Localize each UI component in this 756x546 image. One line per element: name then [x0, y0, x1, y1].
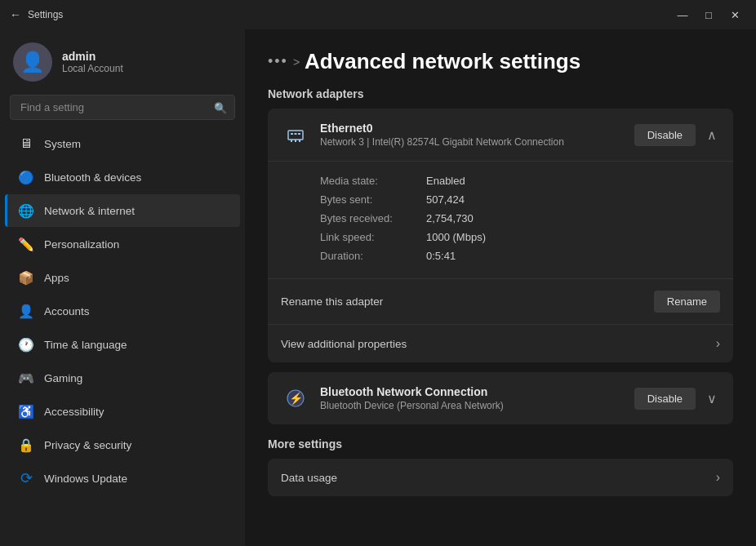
bluetooth-network-desc: Bluetooth Device (Personal Area Network)	[320, 400, 625, 411]
sidebar-item-label: System	[44, 138, 81, 150]
detail-row-media-state: Media state: Enabled	[320, 171, 720, 190]
sidebar-item-privacy[interactable]: 🔒 Privacy & security	[5, 428, 240, 461]
ethernet-collapse-button[interactable]: ∧	[704, 124, 720, 146]
back-icon[interactable]: ←	[10, 8, 21, 21]
detail-row-link-speed: Link speed: 1000 (Mbps)	[320, 228, 720, 246]
search-input[interactable]	[10, 95, 235, 120]
ethernet-adapter-card: Ethernet0 Network 3 | Intel(R) 82574L Gi…	[268, 109, 733, 362]
rename-adapter-label: Rename this adapter	[281, 295, 654, 308]
bluetooth-adapter-card: ⚡ Bluetooth Network Connection Bluetooth…	[268, 372, 733, 424]
sidebar-item-gaming[interactable]: 🎮 Gaming	[5, 362, 240, 394]
close-button[interactable]: ✕	[723, 6, 746, 24]
ethernet-adapter-header[interactable]: Ethernet0 Network 3 | Intel(R) 82574L Gi…	[268, 109, 733, 161]
search-icon: 🔍	[214, 101, 227, 113]
ethernet-adapter-details: Media state: Enabled Bytes sent: 507,424…	[268, 161, 733, 278]
sidebar-item-windows-update[interactable]: ⟳ Windows Update	[5, 462, 240, 495]
privacy-icon: 🔒	[18, 437, 34, 453]
data-usage-label: Data usage	[281, 472, 716, 484]
sidebar-item-label: Time & language	[44, 339, 127, 351]
breadcrumb-dots[interactable]: •••	[268, 53, 288, 70]
detail-value: 2,754,730	[426, 212, 474, 224]
gaming-icon: 🎮	[18, 370, 34, 386]
windows-update-icon: ⟳	[18, 470, 34, 486]
breadcrumb: ••• > Advanced network settings	[268, 49, 733, 74]
sidebar-item-label: Bluetooth & devices	[44, 171, 141, 184]
sidebar-item-system[interactable]: 🖥 System	[5, 127, 240, 160]
network-adapters-title: Network adapters	[268, 87, 733, 100]
detail-label: Media state:	[320, 175, 426, 187]
detail-label: Link speed:	[320, 231, 426, 243]
sidebar: 👤 admin Local Account 🔍 🖥 System 🔵 Bluet…	[0, 29, 245, 546]
bluetooth-expand-button[interactable]: ∨	[704, 388, 720, 410]
sidebar-item-bluetooth[interactable]: 🔵 Bluetooth & devices	[5, 161, 240, 193]
sidebar-item-label: Apps	[44, 272, 69, 284]
detail-value: Enabled	[426, 175, 465, 187]
minimize-button[interactable]: —	[671, 6, 694, 24]
sidebar-item-apps[interactable]: 📦 Apps	[5, 261, 240, 294]
maximize-button[interactable]: □	[697, 6, 720, 24]
bluetooth-adapter-header[interactable]: ⚡ Bluetooth Network Connection Bluetooth…	[268, 372, 733, 424]
sidebar-nav: 🖥 System 🔵 Bluetooth & devices 🌐 Network…	[0, 127, 245, 495]
view-properties-row[interactable]: View additional properties ›	[268, 324, 733, 362]
svg-rect-0	[288, 131, 303, 140]
breadcrumb-separator: >	[293, 55, 300, 69]
sidebar-item-label: Accounts	[44, 305, 90, 317]
accessibility-icon: ♿	[18, 403, 34, 419]
chevron-right-icon: ›	[716, 336, 720, 351]
bluetooth-network-name: Bluetooth Network Connection	[320, 385, 625, 398]
detail-row-bytes-sent: Bytes sent: 507,424	[320, 190, 720, 209]
window-controls: — □ ✕	[671, 6, 746, 24]
svg-rect-5	[295, 133, 297, 135]
sidebar-item-accessibility[interactable]: ♿ Accessibility	[5, 395, 240, 428]
title-bar: ← Settings — □ ✕	[0, 0, 756, 29]
detail-label: Bytes sent:	[320, 193, 426, 206]
user-avatar-icon: 👤	[20, 51, 45, 73]
system-icon: 🖥	[18, 135, 34, 152]
bluetooth-adapter-actions: Disable ∨	[634, 388, 720, 410]
user-type: Local Account	[62, 63, 123, 74]
detail-value: 507,424	[426, 193, 465, 206]
sidebar-item-time[interactable]: 🕐 Time & language	[5, 328, 240, 361]
page-title: Advanced network settings	[305, 49, 580, 74]
ethernet-disable-button[interactable]: Disable	[634, 124, 696, 146]
app-title: Settings	[28, 9, 63, 20]
sidebar-item-label: Personalization	[44, 238, 119, 251]
detail-row-bytes-received: Bytes received: 2,754,730	[320, 209, 720, 228]
personalization-icon: ✏️	[18, 236, 34, 252]
rename-adapter-button[interactable]: Rename	[654, 291, 720, 313]
rename-adapter-row: Rename this adapter Rename	[268, 278, 733, 324]
sidebar-item-personalization[interactable]: ✏️ Personalization	[5, 228, 240, 260]
accounts-icon: 👤	[18, 303, 34, 319]
bluetooth-network-info: Bluetooth Network Connection Bluetooth D…	[320, 385, 625, 411]
sidebar-item-label: Gaming	[44, 372, 82, 384]
bluetooth-adapter-icon: ⚡	[281, 384, 310, 413]
data-usage-chevron-icon: ›	[716, 470, 720, 485]
ethernet-adapter-desc: Network 3 | Intel(R) 82574L Gigabit Netw…	[320, 136, 625, 148]
apps-icon: 📦	[18, 269, 34, 286]
network-icon: 🌐	[18, 202, 34, 219]
data-usage-row[interactable]: Data usage ›	[268, 459, 733, 496]
search-box: 🔍	[10, 95, 235, 120]
sidebar-item-label: Accessibility	[44, 406, 105, 418]
avatar: 👤	[13, 42, 52, 82]
ethernet-adapter-actions: Disable ∧	[634, 124, 720, 146]
ethernet-icon	[281, 120, 310, 149]
main-content: ••• > Advanced network settings Network …	[245, 29, 756, 546]
time-icon: 🕐	[18, 336, 34, 353]
bluetooth-disable-button[interactable]: Disable	[634, 388, 696, 410]
svg-rect-4	[291, 133, 293, 135]
sidebar-item-network[interactable]: 🌐 Network & internet	[5, 194, 240, 227]
app-container: 👤 admin Local Account 🔍 🖥 System 🔵 Bluet…	[0, 29, 756, 546]
arrow-annotation	[268, 327, 272, 360]
detail-label: Duration:	[320, 250, 426, 262]
more-settings-title: More settings	[268, 437, 733, 451]
detail-row-duration: Duration: 0:5:41	[320, 246, 720, 265]
bluetooth-icon: 🔵	[18, 169, 34, 185]
ethernet-adapter-name: Ethernet0	[320, 122, 625, 135]
detail-value: 1000 (Mbps)	[426, 231, 486, 243]
user-name: admin	[62, 50, 123, 63]
detail-label: Bytes received:	[320, 212, 426, 224]
svg-text:⚡: ⚡	[289, 392, 304, 406]
sidebar-item-accounts[interactable]: 👤 Accounts	[5, 295, 240, 327]
svg-rect-6	[298, 133, 300, 135]
